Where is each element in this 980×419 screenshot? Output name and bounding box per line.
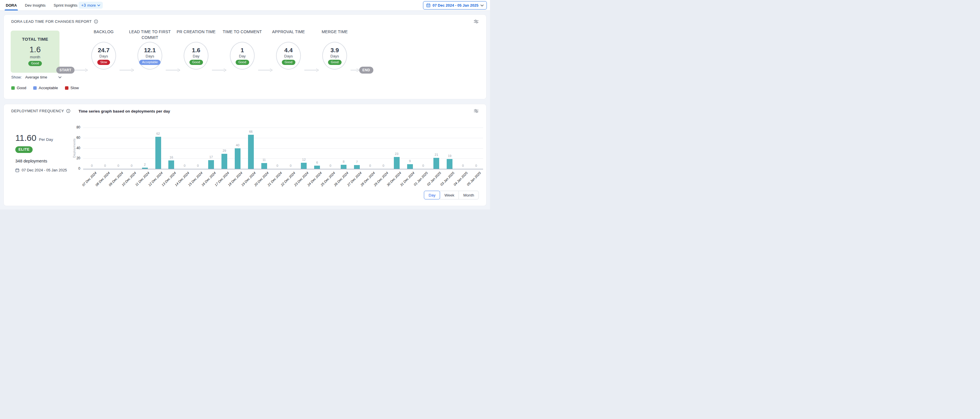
granularity-week-button[interactable]: Week: [440, 191, 459, 199]
flow-stage-backlog: BACKLOG24.7DaysSlow: [88, 29, 119, 70]
stage-circle: 24.7DaysSlow: [91, 42, 116, 70]
lead-time-settings-button[interactable]: [473, 19, 479, 24]
granularity-month-button[interactable]: Month: [458, 191, 479, 199]
status-legend: GoodAcceptableSlow: [11, 86, 79, 90]
stage-unit: Days: [99, 54, 108, 58]
bar-value-label: 40: [232, 143, 243, 147]
flow-arrow: [212, 68, 226, 72]
tab-sprint-insights[interactable]: Sprint Insights: [54, 0, 77, 10]
stage-status-badge: Slow: [97, 60, 110, 65]
stage-circle: 1DayGood: [230, 42, 255, 70]
top-tab-bar: DORADev InsightsSprint Insights +3 more …: [0, 0, 490, 11]
total-time-unit: month: [30, 55, 40, 59]
stage-status-badge: Good: [235, 60, 249, 65]
bar-value-label: 0: [272, 164, 283, 167]
bar-value-label: 19: [444, 154, 455, 157]
bar-value-label: 0: [285, 164, 296, 167]
chart-bar: [168, 160, 174, 169]
stage-value: 3.9: [331, 47, 339, 54]
stage-title: APPROVAL TIME: [265, 29, 312, 42]
stage-title: MERGE TIME: [311, 29, 358, 42]
legend-label: Good: [17, 86, 26, 90]
stage-value: 4.4: [285, 47, 293, 54]
legend-label: Acceptable: [39, 86, 58, 90]
deployment-frequency-card: DEPLOYMENT FREQUENCY Time series graph b…: [3, 104, 487, 206]
bar-value-label: 0: [457, 164, 469, 167]
stage-unit: Days: [146, 54, 154, 58]
chevron-down-icon: [480, 4, 484, 6]
bar-value-label: 0: [179, 164, 190, 167]
chart-bar: [208, 160, 214, 169]
chart-bar: [301, 163, 307, 169]
granularity-day-button[interactable]: Day: [424, 191, 440, 199]
bar-value-label: 6: [311, 161, 323, 164]
chart-bar: [447, 159, 452, 169]
stage-unit: Day: [193, 54, 199, 58]
bar-value-label: 0: [378, 164, 389, 167]
flow-end-pill: END: [359, 67, 373, 74]
stage-title: LEAD TIME TO FIRST COMMIT: [126, 29, 173, 42]
total-time-status-badge: Good: [28, 61, 42, 66]
legend-swatch: [65, 86, 68, 90]
bar-value-label: 0: [325, 164, 336, 167]
chart-bar: [248, 135, 254, 169]
show-selected-value: Average time: [25, 75, 58, 79]
more-tabs-button[interactable]: +3 more: [78, 2, 103, 9]
stage-value: 1: [240, 47, 244, 54]
stage-title: BACKLOG: [80, 29, 127, 42]
legend-swatch: [33, 86, 37, 90]
total-time-card: TOTAL TIME 1.6 month Good: [11, 30, 59, 73]
chart-bar: [142, 168, 148, 169]
chart-bar: [235, 148, 240, 169]
bar-value-label: 66: [245, 130, 257, 133]
legend-item-acceptable: Acceptable: [33, 86, 58, 90]
legend-item-slow: Slow: [65, 86, 79, 90]
info-icon[interactable]: [94, 19, 98, 24]
chevron-down-icon: [97, 4, 100, 6]
granularity-toggle: DayWeekMonth: [424, 191, 479, 199]
tab-dora[interactable]: DORA: [6, 0, 17, 10]
bar-value-label: 0: [364, 164, 376, 167]
chart-bar: [433, 158, 439, 169]
legend-swatch: [11, 86, 15, 90]
bar-value-label: 0: [99, 164, 111, 167]
bar-value-label: 0: [192, 164, 204, 167]
date-range-picker[interactable]: 07 Dec 2024 - 05 Jan 2025: [423, 1, 487, 10]
bar-value-label: 23: [391, 152, 402, 156]
tab-dev-insights[interactable]: Dev Insights: [25, 0, 46, 10]
flow-stage-approval-time: APPROVAL TIME4.4DaysGood: [272, 29, 304, 70]
bar-value-label: 0: [126, 164, 137, 167]
flow-arrow: [166, 68, 180, 72]
flow-arrow: [75, 68, 88, 72]
flow-stage-pr-creation-time: PR CREATION TIME1.6DayGood: [180, 29, 212, 70]
stage-status-badge: Acceptable: [139, 60, 161, 65]
gridline-y60: [83, 138, 483, 138]
flow-stage-lead-time-to-first-commit: LEAD TIME TO FIRST COMMIT12.1DaysAccepta…: [134, 29, 166, 70]
lead-time-report-card: DORA LEAD TIME FOR CHANGES REPORT TOTAL …: [3, 14, 487, 99]
y-axis-tick: 0: [69, 167, 80, 171]
chart-bar: [341, 165, 347, 169]
stage-status-badge: Good: [282, 60, 295, 65]
stage-circle: 3.9DaysGood: [322, 42, 347, 70]
stage-title: PR CREATION TIME: [172, 29, 220, 42]
flow-arrow: [258, 68, 272, 72]
total-time-value: 1.6: [29, 45, 41, 54]
lead-time-flow-diagram: START BACKLOG24.7DaysSlow LEAD TIME TO F…: [56, 29, 373, 74]
gridline-y40: [83, 148, 483, 149]
stage-circle: 4.4DaysGood: [276, 42, 301, 70]
stage-status-badge: Good: [328, 60, 342, 65]
gridline-y0: [83, 169, 483, 170]
show-metric-dropdown[interactable]: Show: Average time: [11, 75, 62, 79]
legend-item-good: Good: [11, 86, 26, 90]
chart-bar: [407, 164, 413, 169]
stage-status-badge: Good: [189, 60, 203, 65]
stage-unit: Days: [330, 54, 339, 58]
bar-value-label: 21: [431, 153, 442, 156]
flow-stage-merge-time: MERGE TIME3.9DaysGood: [319, 29, 350, 70]
tabs: DORADev InsightsSprint Insights: [6, 0, 77, 10]
gridline-y80: [83, 127, 483, 128]
flow-start-pill: START: [56, 67, 75, 74]
bar-value-label: 8: [338, 160, 349, 163]
flow-arrow: [304, 68, 319, 72]
stage-value: 24.7: [98, 47, 110, 54]
